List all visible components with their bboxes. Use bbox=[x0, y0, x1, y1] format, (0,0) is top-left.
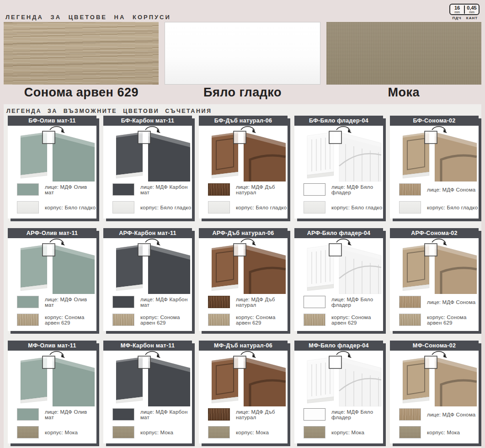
swatch-label-byalo-gladko: Бяло гладко bbox=[165, 85, 320, 100]
face-label: лице: МДФ Олив мат bbox=[45, 184, 96, 195]
zoom-arrow-icon bbox=[432, 127, 446, 131]
board-thickness-cell: 16 mm bbox=[450, 5, 464, 14]
body-swatch-row: корпус: Бяло гладко bbox=[399, 201, 479, 213]
face-swatch-row: лице: МДФ Бяло фладер bbox=[304, 408, 383, 421]
body-swatch-row: корпус: Бяло гладко bbox=[17, 201, 96, 213]
card-title: МФ-Сонома-02 bbox=[390, 341, 479, 351]
body-swatch-row: корпус: Мока bbox=[112, 426, 192, 438]
face-label: лице: МДФ Дъб натурал bbox=[236, 184, 288, 195]
face-swatch-row: лице: МДФ Сонома bbox=[399, 408, 479, 421]
face-swatch-row: лице: МДФ Бяло фладер bbox=[304, 296, 383, 308]
body-colors-legend-section: ЛЕГЕНДА ЗА ЦВЕТОВЕ НА КОРПУСИ 16 mm 0,45… bbox=[0, 0, 485, 104]
body-color-swatches bbox=[4, 22, 481, 85]
body-label: корпус: Сонома арвен 629 bbox=[140, 315, 192, 325]
face-swatch bbox=[17, 408, 39, 421]
door-illustration-svg bbox=[390, 351, 479, 406]
combination-card: МФ-Сонома-02 bbox=[390, 341, 479, 443]
body-swatch-row: корпус: Мока bbox=[208, 426, 288, 438]
zoom-arrow-icon bbox=[241, 239, 255, 243]
board-thickness-unit: mm bbox=[450, 11, 464, 14]
zoom-arrow-icon bbox=[50, 127, 64, 131]
combination-card: АРФ-Карбон мат-11 bbox=[103, 228, 192, 331]
zoom-arrow-icon bbox=[336, 127, 350, 131]
face-swatch bbox=[112, 296, 134, 308]
body-label: корпус: Бяло гладко bbox=[140, 205, 191, 210]
body-swatch bbox=[208, 314, 230, 326]
zoom-arrow-icon bbox=[145, 239, 159, 243]
body-swatch-row: корпус: Сонома арвен 629 bbox=[17, 314, 96, 326]
body-swatch bbox=[17, 314, 39, 326]
face-swatch bbox=[208, 408, 230, 421]
magnifier-icon bbox=[425, 131, 437, 144]
door-illustration-svg bbox=[390, 238, 479, 294]
body-colors-legend-title: ЛЕГЕНДА ЗА ЦВЕТОВЕ НА КОРПУСИ bbox=[5, 14, 171, 21]
magnifier-icon bbox=[43, 131, 55, 144]
body-swatch bbox=[112, 201, 134, 213]
face-swatch bbox=[112, 408, 134, 421]
combination-card: МФ-Олив мат-11 bbox=[8, 341, 96, 443]
face-swatch bbox=[17, 296, 39, 308]
body-swatch bbox=[112, 314, 134, 326]
door-illustration-svg bbox=[294, 351, 383, 406]
magnifier-icon bbox=[138, 356, 150, 368]
face-swatch bbox=[304, 296, 325, 308]
zoom-arrow-icon bbox=[241, 352, 255, 356]
door-illustration-svg bbox=[103, 126, 192, 181]
combination-card: МФ-Карбон мат-11 bbox=[103, 341, 192, 443]
magnifier-icon bbox=[425, 244, 437, 256]
body-color-labels: Сонома арвен 629 Бяло гладко Мока bbox=[4, 85, 481, 100]
card-title: МФ-Карбон мат-11 bbox=[103, 341, 192, 351]
body-swatch bbox=[304, 201, 325, 213]
door-illustration bbox=[103, 351, 192, 406]
face-swatch-row: лице: МДФ Дъб натурал bbox=[208, 296, 288, 308]
edge-thickness-badge: 16 mm 0,45 mm ПДЧ КАНТ bbox=[449, 4, 480, 20]
body-swatch-row: корпус: Сонома арвен 629 bbox=[112, 314, 192, 326]
door-illustration bbox=[199, 351, 288, 406]
body-label: корпус: Бяло гладко bbox=[45, 205, 96, 210]
combination-card: АРФ-Олив мат-11 bbox=[8, 228, 96, 331]
magnifier-icon bbox=[234, 356, 246, 368]
body-swatch-row: корпус: Бяло гладко bbox=[208, 201, 288, 213]
door-illustration-svg bbox=[199, 126, 288, 181]
face-label: лице: МДФ Сонома bbox=[427, 187, 475, 192]
body-swatch-row: корпус: Бяло гладко bbox=[112, 201, 192, 213]
body-swatch bbox=[17, 201, 39, 213]
edge-material-label: КАНТ bbox=[464, 16, 480, 20]
face-swatch bbox=[208, 183, 230, 196]
zoom-arrow-icon bbox=[336, 239, 350, 243]
combination-card: АРФ-Бяло фладер-04 bbox=[294, 228, 383, 331]
combination-card: БФ-Бяло фладер-04 bbox=[294, 116, 383, 219]
face-label: лице: МДФ Карбон мат bbox=[140, 409, 192, 420]
face-swatch bbox=[304, 408, 325, 421]
body-label: корпус: Сонома арвен 629 bbox=[236, 315, 288, 325]
body-label: корпус: Сонома арвен 629 bbox=[427, 315, 479, 325]
body-swatch-row: корпус: Сонома арвен 629 bbox=[208, 314, 288, 326]
face-swatch-row: лице: МДФ Карбон мат bbox=[112, 296, 192, 308]
swatch-label-moka: Мока bbox=[326, 85, 481, 100]
door-illustration bbox=[390, 126, 479, 181]
combination-card: БФ-Олив мат-11 bbox=[8, 116, 96, 219]
face-swatch bbox=[304, 183, 325, 196]
body-label: корпус: Мока bbox=[45, 430, 78, 435]
body-label: корпус: Бяло гладко bbox=[427, 205, 478, 210]
magnifier-icon bbox=[234, 244, 246, 256]
face-label: лице: МДФ Бяло фладер bbox=[331, 184, 383, 195]
body-label: корпус: Мока bbox=[236, 430, 269, 435]
magnifier-icon bbox=[43, 244, 55, 256]
magnifier-icon bbox=[329, 131, 341, 144]
zoom-arrow-icon bbox=[241, 127, 255, 131]
edge-thickness-cell: 0,45 mm bbox=[464, 5, 479, 14]
door-illustration bbox=[294, 238, 383, 294]
face-label: лице: МДФ Сонома bbox=[427, 412, 475, 417]
door-illustration bbox=[103, 126, 192, 181]
edge-badge-labels: ПДЧ КАНТ bbox=[449, 16, 480, 20]
card-title: АРФ-Дъб натурал-06 bbox=[199, 228, 288, 238]
door-illustration-svg bbox=[294, 238, 383, 294]
face-label: лице: МДФ Сонома bbox=[427, 299, 475, 305]
combination-card: БФ-Дъб натурал-06 bbox=[199, 116, 288, 219]
body-swatch bbox=[399, 314, 421, 326]
swatch-label-sonoma-arven-629: Сонома арвен 629 bbox=[4, 85, 159, 100]
body-label: корпус: Бяло гладко bbox=[236, 205, 287, 210]
card-title: БФ-Олив мат-11 bbox=[8, 116, 96, 126]
face-swatch-row: лице: МДФ Карбон мат bbox=[112, 408, 192, 421]
